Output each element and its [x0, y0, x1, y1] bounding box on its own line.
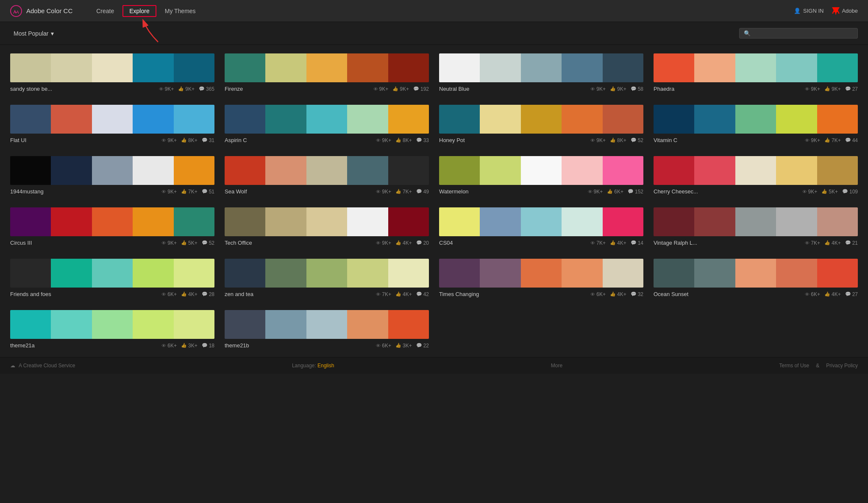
nav-explore[interactable]: Explore [122, 5, 156, 17]
theme-card[interactable]: Circus III 👁 9K+ 👍 5K+ 💬 52 [10, 207, 214, 246]
likes-count: 6K+ [614, 189, 623, 195]
sub-header: Most Popular ▾ 🔍 [0, 22, 868, 45]
color-swatch [388, 53, 429, 82]
nav-mythemes[interactable]: My Themes [158, 5, 203, 17]
nav-create[interactable]: Create [89, 5, 121, 17]
color-swatch [562, 53, 602, 82]
service-label: A Creative Cloud Service [19, 363, 75, 369]
views-stat: 👁 9K+ [588, 189, 603, 195]
color-swatch [306, 310, 347, 339]
comment-icon: 💬 [845, 240, 851, 246]
color-swatch [817, 156, 858, 185]
theme-name: Times Changing [439, 291, 590, 297]
color-strip [10, 259, 214, 288]
likes-stat: 👍 4K+ [824, 240, 841, 246]
color-swatch [694, 156, 735, 185]
comment-icon: 💬 [842, 189, 848, 194]
theme-card[interactable]: Friends and foes 👁 6K+ 👍 4K+ 💬 28 [10, 259, 214, 297]
color-swatch [521, 259, 562, 288]
theme-stats: 👁 9K+ 👍 7K+ 💬 51 [161, 189, 214, 195]
theme-card[interactable]: Honey Pot 👁 9K+ 👍 8K+ 💬 52 [439, 105, 643, 143]
filter-button[interactable]: Most Popular ▾ [10, 28, 57, 39]
comment-icon: 💬 [631, 240, 637, 246]
color-swatch [562, 259, 602, 288]
comments-stat: 💬 28 [202, 291, 214, 297]
terms-link[interactable]: Terms of Use [779, 363, 810, 369]
theme-card[interactable]: Firenze 👁 9K+ 👍 9K+ 💬 192 [225, 53, 429, 92]
color-swatch [265, 105, 306, 134]
thumb-icon: 👍 [392, 86, 398, 92]
thumb-icon: 👍 [610, 137, 616, 143]
theme-card[interactable]: Vitamin C 👁 9K+ 👍 7K+ 💬 44 [654, 105, 858, 143]
theme-card[interactable]: Tech Office 👁 9K+ 👍 4K+ 💬 20 [225, 207, 429, 246]
theme-card[interactable]: theme21b 👁 6K+ 👍 3K+ 💬 22 [225, 310, 429, 349]
theme-card[interactable]: theme21a 👁 6K+ 👍 3K+ 💬 18 [10, 310, 214, 349]
theme-stats: 👁 6K+ 👍 4K+ 💬 28 [161, 291, 214, 297]
color-swatch [480, 259, 520, 288]
theme-card[interactable]: zen and tea 👁 7K+ 👍 4K+ 💬 42 [225, 259, 429, 297]
likes-count: 4K+ [832, 291, 841, 297]
theme-name: theme21b [225, 342, 376, 349]
color-swatch [347, 207, 388, 236]
theme-card[interactable]: Times Changing 👁 6K+ 👍 4K+ 💬 32 [439, 259, 643, 297]
eye-icon: 👁 [376, 138, 381, 143]
color-swatch [265, 310, 306, 339]
privacy-link[interactable]: Privacy Policy [826, 363, 858, 369]
eye-icon: 👁 [161, 189, 166, 194]
comments-count: 152 [635, 189, 643, 195]
theme-meta: Neutral Blue 👁 9K+ 👍 9K+ 💬 58 [439, 86, 643, 92]
theme-card[interactable]: Vintage Ralph L... 👁 7K+ 👍 4K+ 💬 21 [654, 207, 858, 246]
color-swatch [225, 105, 265, 134]
comments-stat: 💬 52 [202, 240, 214, 246]
views-count: 9K+ [808, 189, 818, 195]
color-swatch [133, 156, 173, 185]
color-strip [439, 207, 643, 236]
color-swatch [92, 105, 133, 134]
theme-name: Honey Pot [439, 137, 590, 143]
theme-card[interactable]: sandy stone be... 👁 9K+ 👍 9K+ 💬 365 [10, 53, 214, 92]
theme-card[interactable]: CS04 👁 7K+ 👍 4K+ 💬 14 [439, 207, 643, 246]
color-swatch [439, 259, 480, 288]
color-swatch [306, 53, 347, 82]
views-stat: 👁 7K+ [376, 291, 391, 297]
color-swatch [133, 53, 173, 82]
eye-icon: 👁 [161, 292, 166, 297]
theme-card[interactable]: Watermelon 👁 9K+ 👍 6K+ 💬 152 [439, 156, 643, 195]
likes-stat: 👍 8K+ [395, 137, 412, 143]
thumb-icon: 👍 [824, 240, 830, 246]
views-count: 9K+ [379, 86, 389, 92]
color-swatch [817, 259, 858, 288]
color-strip [225, 310, 429, 339]
views-count: 9K+ [382, 137, 391, 143]
language-link[interactable]: English [317, 363, 334, 369]
sign-in-button[interactable]: 👤 SIGN IN [794, 8, 823, 14]
search-input[interactable] [753, 30, 853, 36]
theme-card[interactable]: Cherry Cheesec... 👁 9K+ 👍 5K+ 💬 109 [654, 156, 858, 195]
theme-card[interactable]: Flat UI 👁 9K+ 👍 8K+ 💬 31 [10, 105, 214, 143]
theme-card[interactable]: Sea Wolf 👁 9K+ 👍 7K+ 💬 49 [225, 156, 429, 195]
comment-icon: 💬 [416, 291, 422, 297]
theme-card[interactable]: 1944mustang 👁 9K+ 👍 7K+ 💬 51 [10, 156, 214, 195]
eye-icon: 👁 [161, 138, 166, 143]
theme-card[interactable]: Aspirin C 👁 9K+ 👍 8K+ 💬 33 [225, 105, 429, 143]
comments-count: 31 [209, 137, 214, 143]
theme-card[interactable]: Ocean Sunset 👁 6K+ 👍 4K+ 💬 27 [654, 259, 858, 297]
color-swatch [51, 53, 92, 82]
comments-stat: 💬 365 [199, 86, 214, 92]
color-swatch [694, 259, 735, 288]
comments-stat: 💬 20 [416, 240, 429, 246]
comment-icon: 💬 [202, 137, 208, 143]
comments-stat: 💬 152 [628, 189, 643, 195]
theme-card[interactable]: Neutral Blue 👁 9K+ 👍 9K+ 💬 58 [439, 53, 643, 92]
thumb-icon: 👍 [395, 240, 401, 246]
adobe-cc-icon [10, 5, 22, 17]
theme-card[interactable]: Phaedra 👁 9K+ 👍 9K+ 💬 27 [654, 53, 858, 92]
theme-stats: 👁 9K+ 👍 6K+ 💬 152 [588, 189, 643, 195]
color-swatch [225, 53, 265, 82]
comments-count: 33 [423, 137, 429, 143]
theme-meta: 1944mustang 👁 9K+ 👍 7K+ 💬 51 [10, 188, 214, 195]
views-count: 9K+ [382, 189, 391, 195]
footer-more[interactable]: More [551, 363, 562, 369]
likes-count: 7K+ [832, 137, 841, 143]
views-count: 6K+ [167, 343, 177, 349]
